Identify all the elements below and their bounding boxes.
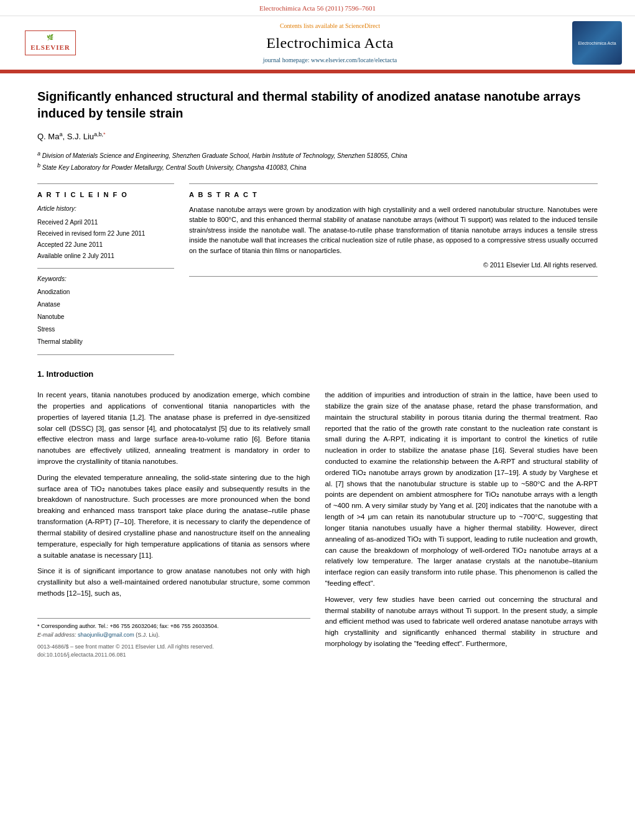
body-para-r0: the addition of impurities and introduct… — [325, 390, 598, 589]
section1-title: 1. Introduction — [37, 369, 598, 380]
issn-text: 0013-4686/$ – see front matter © 2011 El… — [37, 643, 310, 651]
doi-text: doi:10.1016/j.electacta.2011.06.081 — [37, 651, 310, 659]
citation-bar: Electrochimica Acta 56 (2011) 7596–7601 — [0, 0, 635, 16]
email-line: E-mail address: shaojunliu@gmail.com (S.… — [37, 631, 310, 639]
email-address: shaojunliu@gmail.com — [78, 632, 134, 638]
history-item-1: Received in revised form 22 June 2011 — [37, 228, 174, 239]
article-info-col: A R T I C L E I N F O Article history: R… — [37, 183, 174, 355]
abstract-header: A B S T R A C T — [189, 190, 598, 200]
body-col-right: the addition of impurities and introduct… — [325, 390, 598, 658]
history-item-0: Received 2 April 2011 — [37, 217, 174, 228]
keyword-2: Nanotube — [37, 311, 174, 323]
history-item-2: Accepted 22 June 2011 — [37, 239, 174, 251]
article-content: Significantly enhanced structural and th… — [0, 73, 635, 673]
article-footer: * Corresponding author. Tel.: +86 755 26… — [37, 618, 310, 658]
body-para-2: Since it is of significant importance to… — [37, 566, 310, 599]
body-para-1: During the elevated temperature annealin… — [37, 473, 310, 561]
abstract-text: Anatase nanotube arrays were grown by an… — [189, 205, 598, 256]
keyword-0: Anodization — [37, 286, 174, 298]
keywords-list: Anodization Anatase Nanotube Stress Ther… — [37, 286, 174, 348]
journal-center: Contents lists available at ScienceDirec… — [91, 22, 569, 65]
sciencedirect-link: Contents lists available at ScienceDirec… — [91, 22, 569, 30]
history-item-3: Available online 2 July 2011 — [37, 251, 174, 262]
issn-bar: 0013-4686/$ – see front matter © 2011 El… — [37, 643, 310, 658]
abstract-col: A B S T R A C T Anatase nanotube arrays … — [189, 183, 598, 355]
keyword-1: Anatase — [37, 298, 174, 311]
body-para-r1: However, very few studies have been carr… — [325, 594, 598, 650]
elsevier-logo-area: 🌿 ELSEVIER — [10, 30, 91, 55]
body-para-0: In recent years, titania nanotubes produ… — [37, 390, 310, 468]
sciencedirect-name: ScienceDirect — [345, 22, 380, 29]
history-items: Received 2 April 2011 Received in revise… — [37, 217, 174, 262]
article-info-header: A R T I C L E I N F O — [37, 190, 174, 200]
article-title: Significantly enhanced structural and th… — [37, 88, 598, 122]
citation-text: Electrochimica Acta 56 (2011) 7596–7601 — [259, 4, 376, 12]
article-info-box: A R T I C L E I N F O Article history: R… — [37, 183, 174, 355]
keywords-label: Keywords: — [37, 275, 174, 284]
affiliation-a: a Division of Materials Science and Engi… — [37, 149, 598, 161]
elsevier-logo: 🌿 ELSEVIER — [25, 30, 76, 55]
affiliation-b: b State Key Laboratory for Powder Metall… — [37, 161, 598, 173]
journal-icon-box: Electrochimica Acta — [572, 21, 622, 65]
abstract-copyright: © 2011 Elsevier Ltd. All rights reserved… — [189, 261, 598, 270]
body-col-left: In recent years, titania nanotubes produ… — [37, 390, 310, 658]
keyword-3: Stress — [37, 323, 174, 336]
homepage-url: www.elsevier.com/locate/electacta — [311, 57, 397, 63]
journal-icon-area: Electrochimica Acta — [569, 21, 625, 65]
journal-icon-text: Electrochimica Acta — [578, 40, 616, 46]
journal-homepage: journal homepage: www.elsevier.com/locat… — [91, 56, 569, 65]
info-divider — [37, 268, 174, 269]
abstract-box: A B S T R A C T Anatase nanotube arrays … — [189, 183, 598, 277]
info-abstract-section: A R T I C L E I N F O Article history: R… — [37, 183, 598, 355]
affiliations: a Division of Materials Science and Engi… — [37, 149, 598, 173]
footnote-text: * Corresponding author. Tel.: +86 755 26… — [37, 622, 310, 630]
history-label: Article history: — [37, 205, 174, 213]
keyword-4: Thermal stability — [37, 336, 174, 348]
body-two-col: In recent years, titania nanotubes produ… — [37, 390, 598, 658]
journal-title: Electrochimica Acta — [91, 33, 569, 54]
journal-header: 🌿 ELSEVIER Contents lists available at S… — [0, 16, 635, 72]
authors: Q. Maa, S.J. Liua,b,* — [37, 131, 598, 143]
